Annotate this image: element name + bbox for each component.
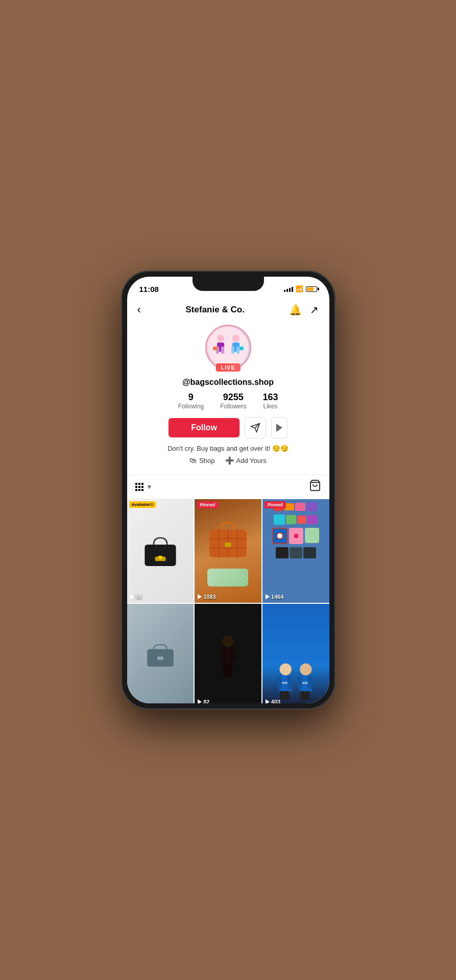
add-yours-link[interactable]: ➕ Add Yours [225,456,267,464]
stat-following[interactable]: 9 Following [178,392,204,410]
phone-screen: 11:08 📶 ‹ Stefanie & Co. [127,277,329,703]
svg-rect-47 [305,691,309,700]
status-time: 11:08 [139,285,159,293]
play-count: 403 [266,699,280,703]
content-tabs: ▼ [127,475,329,499]
avatar-container: LIVE [205,325,251,371]
grid-icon [135,483,143,491]
nav-icons: 🔔 ↗ [289,304,319,316]
share-icon[interactable]: ↗ [310,304,319,316]
svg-rect-4 [221,347,224,354]
pinned-badge: Pinned [197,501,218,508]
add-icon: ➕ [225,456,234,464]
play-count: 1464 [266,594,283,600]
svg-point-1 [217,335,224,342]
followers-label: Followers [220,403,246,410]
svg-point-28 [223,635,234,647]
svg-rect-33 [228,664,232,677]
video-item[interactable]: 82 [195,604,261,703]
page-title: Stefanie & Co. [186,305,245,315]
svg-point-34 [280,663,292,675]
available-badge: Available!!! [129,501,156,508]
action-buttons: Follow [169,417,287,438]
stat-likes[interactable]: 163 Likes [263,392,278,410]
shop-icon: 🛍 [189,456,197,464]
stat-followers[interactable]: 9255 Followers [220,392,246,410]
svg-rect-27 [157,657,163,660]
likes-count: 163 [263,392,278,403]
video-item[interactable]: Pinned 1083 [195,499,261,603]
message-button[interactable] [245,417,266,438]
svg-rect-44 [298,676,302,689]
add-yours-label: Add Yours [236,457,267,464]
svg-rect-40 [285,691,290,700]
bio-links: 🛍 Shop ➕ Add Yours [189,456,267,464]
more-button[interactable] [271,417,287,438]
svg-rect-32 [223,664,228,677]
following-count: 9 [188,392,194,403]
shop-link[interactable]: 🛍 Shop [189,456,214,464]
username: @bagscollections.shop [182,378,274,387]
svg-rect-38 [287,676,292,689]
following-label: Following [178,403,204,410]
likes-label: Likes [263,403,278,410]
video-item[interactable]: Available!!! 58 [127,499,194,603]
video-item[interactable]: AKIINA AKIINA [262,604,329,703]
tab-grid[interactable]: ▼ [135,483,153,491]
tab-shop-icon[interactable] [309,479,321,495]
notification-icon[interactable]: 🔔 [289,304,302,316]
play-count: 82 [198,699,209,703]
svg-point-18 [159,556,161,559]
back-button[interactable]: ‹ [137,303,141,316]
battery-icon [306,286,317,292]
play-count: 1083 [198,594,215,600]
live-badge: LIVE [215,363,240,372]
svg-point-41 [300,663,311,675]
follow-button[interactable]: Follow [169,418,239,437]
svg-rect-46 [300,691,305,700]
status-icons: 📶 [284,285,317,292]
profile-section: LIVE @bagscollections.shop 9 Following 9… [127,321,329,475]
video-item[interactable]: Pinned 1464 [262,499,329,603]
svg-rect-31 [231,648,235,662]
bio-text: Don't cry. Buy bags and get over it! 😌😏 [167,445,289,452]
svg-rect-37 [277,676,282,689]
wifi-icon: 📶 [296,285,303,292]
svg-rect-30 [221,648,225,662]
top-nav: ‹ Stefanie & Co. 🔔 ↗ [127,299,329,321]
phone-notch [193,277,264,291]
play-count: 58 [130,594,142,600]
phone-frame: 11:08 📶 ‹ Stefanie & Co. [121,271,335,709]
content-area[interactable]: ‹ Stefanie & Co. 🔔 ↗ [127,299,329,703]
stats-row: 9 Following 9255 Followers 163 Likes [178,392,278,410]
avatar-image [207,326,250,369]
svg-rect-15 [145,544,176,566]
svg-rect-7 [231,347,234,354]
svg-rect-45 [308,676,313,689]
video-grid: Available!!! 58 [127,499,329,703]
svg-rect-8 [236,347,239,354]
svg-rect-25 [225,543,231,547]
svg-rect-10 [239,347,244,350]
followers-count: 9255 [223,392,244,403]
svg-rect-9 [213,347,217,350]
signal-icon [284,286,293,292]
shop-link-label: Shop [199,457,214,464]
svg-point-5 [232,335,239,342]
svg-rect-39 [280,691,285,700]
pinned-badge: Pinned [265,501,286,508]
video-item[interactable] [127,604,194,703]
svg-marker-13 [276,424,282,432]
tab-chevron-icon: ▼ [147,483,153,491]
